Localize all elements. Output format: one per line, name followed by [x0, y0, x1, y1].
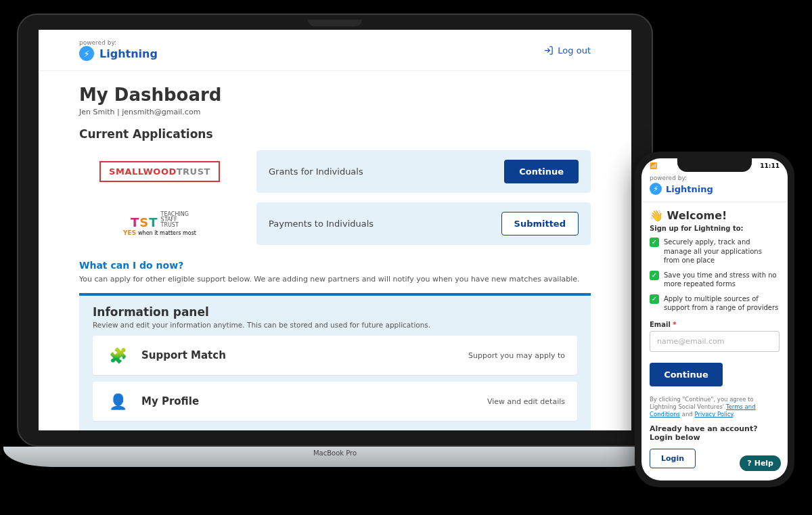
laptop-mockup: powered by: ⚡ Lightning Log out My Dashb…: [17, 14, 653, 467]
bullet: Save you time and stress with no more re…: [664, 271, 780, 289]
logout-button[interactable]: Log out: [543, 45, 591, 55]
user-identity: Jen Smith | jensmith@gmail.com: [79, 108, 591, 116]
privacy-link[interactable]: Privacy Policy: [694, 411, 733, 418]
info-panel: Information panel Review and edit your i…: [79, 293, 591, 430]
tile-title: Support Match: [141, 349, 457, 361]
info-panel-title: Information panel: [93, 305, 577, 319]
application-row: TSTTEACHINGSTAFFTRUST YES when it matter…: [79, 202, 591, 245]
submitted-button[interactable]: Submitted: [501, 212, 579, 236]
apps-heading: Current Applications: [79, 127, 591, 141]
laptop-model: MacBook Pro: [313, 449, 357, 457]
brand: ⚡ Lightning: [650, 183, 780, 195]
application-name: Grants for Individuals: [269, 166, 363, 177]
signup-subheading: Sign up for Lightning to:: [650, 225, 780, 232]
welcome-heading: 👋 Welcome!: [650, 209, 780, 222]
what-now-desc: You can apply for other eligible support…: [79, 275, 591, 284]
bullet: Securely apply, track and manage all you…: [664, 238, 780, 265]
puzzle-icon: 🧩: [105, 342, 131, 368]
info-panel-desc: Review and edit your information anytime…: [93, 321, 577, 329]
tile-action: Support you may apply to: [468, 351, 565, 360]
signal-icon: 📶: [650, 162, 657, 169]
bullet: Apply to multiple sources of support fro…: [664, 294, 780, 313]
lightning-icon: ⚡: [650, 183, 662, 195]
legal-notice: By clicking "Continue", you agree to Lig…: [650, 396, 780, 419]
help-icon: ?: [747, 459, 751, 468]
support-match-tile[interactable]: 🧩 Support Match Support you may apply to: [93, 336, 577, 375]
status-time: 11:11: [760, 162, 780, 169]
powered-by: powered by:: [79, 39, 158, 46]
lightning-icon: ⚡: [79, 46, 94, 61]
login-button[interactable]: Login: [650, 449, 696, 468]
application-name: Payments to Individuals: [269, 219, 374, 229]
continue-button[interactable]: Continue: [650, 363, 723, 386]
application-row: SMALLWOODTRUST Grants for Individuals Co…: [79, 150, 591, 193]
continue-button[interactable]: Continue: [504, 160, 579, 183]
email-field[interactable]: [650, 331, 780, 352]
already-account: Already have an account? Login below: [650, 424, 780, 442]
brand: ⚡ Lightning: [79, 46, 158, 61]
desktop-app: powered by: ⚡ Lightning Log out My Dashb…: [39, 30, 631, 430]
tst-logo: TSTTEACHINGSTAFFTRUST YES when it matter…: [123, 212, 196, 236]
check-icon: ✓: [650, 294, 659, 304]
tile-title: My Profile: [141, 395, 476, 407]
logout-icon: [543, 45, 554, 55]
help-button[interactable]: ?Help: [740, 455, 781, 471]
phone-mockup: 📶 11:11 powered by: ⚡ Lightning 👋 Welcom…: [635, 152, 794, 487]
check-icon: ✓: [650, 238, 659, 247]
smallwood-logo: SMALLWOODTRUST: [99, 161, 220, 182]
logout-label: Log out: [558, 45, 591, 55]
brand-name: Lightning: [99, 47, 158, 60]
check-icon: ✓: [650, 271, 659, 280]
email-label: Email *: [650, 321, 780, 328]
my-profile-tile[interactable]: 👤 My Profile View and edit details: [93, 382, 577, 421]
page-title: My Dashboard: [79, 85, 591, 105]
powered-by: powered by:: [650, 175, 780, 181]
tile-action: View and edit details: [487, 397, 565, 406]
what-now-heading: What can I do now?: [79, 260, 591, 271]
brand-name: Lightning: [666, 184, 713, 194]
profile-icon: 👤: [105, 388, 131, 414]
